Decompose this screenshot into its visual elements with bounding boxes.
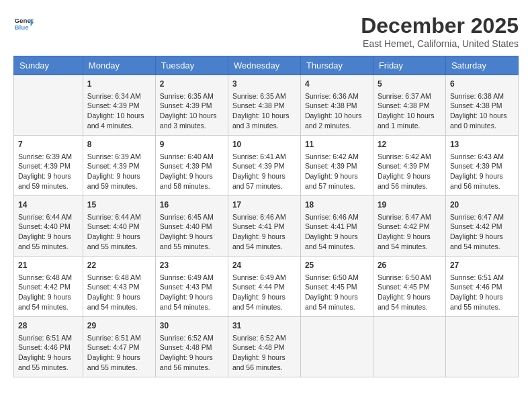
day-number: 4 [305, 79, 369, 90]
cell-text: and 4 minutes. [87, 121, 151, 131]
cell-text: and 2 minutes. [305, 121, 369, 131]
cell-text: and 54 minutes. [18, 302, 79, 312]
cell-text: Sunset: 4:45 PM [378, 282, 441, 292]
calendar-cell: 11Sunrise: 6:42 AMSunset: 4:39 PMDayligh… [300, 136, 373, 196]
cell-text: Daylight: 9 hours [305, 232, 369, 242]
location: East Hemet, California, United States [361, 38, 519, 49]
header-cell-saturday: Saturday [445, 56, 518, 75]
cell-text: Sunset: 4:38 PM [305, 101, 369, 111]
calendar-cell: 16Sunrise: 6:45 AMSunset: 4:40 PMDayligh… [155, 196, 228, 257]
cell-text: Sunrise: 6:44 AM [18, 212, 79, 222]
cell-text: Sunrise: 6:42 AM [378, 152, 441, 162]
header-cell-tuesday: Tuesday [155, 56, 228, 75]
cell-text: Sunset: 4:45 PM [305, 282, 369, 292]
day-number: 26 [378, 260, 441, 271]
cell-text: Sunset: 4:38 PM [232, 101, 296, 111]
cell-text: Daylight: 9 hours [18, 232, 79, 242]
calendar-cell: 13Sunrise: 6:43 AMSunset: 4:39 PMDayligh… [445, 136, 518, 196]
day-number: 30 [160, 320, 224, 332]
calendar-cell: 24Sunrise: 6:49 AMSunset: 4:44 PMDayligh… [228, 257, 300, 317]
cell-text: Sunset: 4:39 PM [160, 161, 224, 171]
cell-text: and 56 minutes. [378, 181, 441, 191]
cell-text: Sunrise: 6:44 AM [87, 212, 151, 222]
day-number: 10 [232, 139, 296, 150]
cell-text: Sunset: 4:42 PM [450, 222, 514, 232]
cell-text: Sunset: 4:44 PM [232, 282, 296, 292]
day-number: 3 [232, 79, 296, 90]
cell-text: and 3 minutes. [232, 121, 296, 131]
cell-text: Sunrise: 6:48 AM [18, 273, 79, 283]
cell-text: Sunset: 4:46 PM [450, 282, 514, 292]
cell-text: Daylight: 9 hours [305, 171, 369, 181]
calendar-table: SundayMondayTuesdayWednesdayThursdayFrid… [13, 56, 519, 377]
calendar-cell: 4Sunrise: 6:36 AMSunset: 4:38 PMDaylight… [300, 75, 373, 136]
cell-text: and 1 minute. [378, 121, 441, 131]
page-header: General Blue December 2025 East Hemet, C… [13, 13, 519, 49]
day-number: 12 [378, 139, 441, 150]
calendar-cell: 22Sunrise: 6:48 AMSunset: 4:43 PMDayligh… [83, 257, 155, 317]
cell-text: and 55 minutes. [450, 302, 514, 312]
month-title: December 2025 [361, 13, 519, 38]
day-number: 24 [232, 260, 296, 271]
header-row: SundayMondayTuesdayWednesdayThursdayFrid… [14, 56, 519, 75]
cell-text: Sunrise: 6:38 AM [450, 91, 514, 101]
cell-text: Daylight: 9 hours [18, 292, 79, 302]
cell-text: and 56 minutes. [450, 181, 514, 191]
cell-text: and 54 minutes. [305, 302, 369, 312]
cell-text: Sunset: 4:39 PM [160, 101, 224, 111]
cell-text: Sunset: 4:41 PM [305, 222, 369, 232]
day-number: 21 [18, 260, 79, 271]
day-number: 19 [378, 199, 441, 211]
cell-text: Sunrise: 6:48 AM [87, 273, 151, 283]
cell-text: Daylight: 10 hours [87, 111, 151, 121]
calendar-cell: 20Sunrise: 6:47 AMSunset: 4:42 PMDayligh… [445, 196, 518, 257]
day-number: 31 [232, 320, 296, 332]
calendar-body: 1Sunrise: 6:34 AMSunset: 4:39 PMDaylight… [14, 75, 519, 377]
header-cell-wednesday: Wednesday [228, 56, 300, 75]
title-area: December 2025 East Hemet, California, Un… [361, 13, 519, 49]
cell-text: Daylight: 9 hours [160, 171, 224, 181]
cell-text: Sunrise: 6:35 AM [160, 91, 224, 101]
cell-text: and 55 minutes. [18, 242, 79, 252]
calendar-cell: 29Sunrise: 6:51 AMSunset: 4:47 PMDayligh… [83, 317, 155, 377]
day-number: 9 [160, 139, 224, 150]
calendar-week-1: 1Sunrise: 6:34 AMSunset: 4:39 PMDaylight… [14, 75, 519, 136]
calendar-week-5: 28Sunrise: 6:51 AMSunset: 4:46 PMDayligh… [14, 317, 519, 377]
cell-text: Sunset: 4:48 PM [232, 342, 296, 353]
cell-text: Sunrise: 6:49 AM [232, 273, 296, 283]
calendar-cell: 23Sunrise: 6:49 AMSunset: 4:43 PMDayligh… [155, 257, 228, 317]
calendar-cell: 6Sunrise: 6:38 AMSunset: 4:38 PMDaylight… [445, 75, 518, 136]
cell-text: Daylight: 9 hours [87, 292, 151, 302]
day-number: 27 [450, 260, 514, 271]
day-number: 20 [450, 199, 514, 211]
day-number: 28 [18, 320, 79, 332]
cell-text: Sunrise: 6:47 AM [450, 212, 514, 222]
calendar-cell: 1Sunrise: 6:34 AMSunset: 4:39 PMDaylight… [83, 75, 155, 136]
calendar-cell: 3Sunrise: 6:35 AMSunset: 4:38 PMDaylight… [228, 75, 300, 136]
header-cell-thursday: Thursday [300, 56, 373, 75]
cell-text: and 59 minutes. [87, 181, 151, 191]
cell-text: Daylight: 9 hours [18, 353, 79, 363]
cell-text: Daylight: 9 hours [378, 292, 441, 302]
cell-text: and 58 minutes. [160, 181, 224, 191]
calendar-cell: 21Sunrise: 6:48 AMSunset: 4:42 PMDayligh… [14, 257, 83, 317]
cell-text: Sunset: 4:39 PM [87, 161, 151, 171]
cell-text: Sunrise: 6:34 AM [87, 91, 151, 101]
day-number: 25 [305, 260, 369, 271]
cell-text: Daylight: 10 hours [378, 111, 441, 121]
cell-text: Sunrise: 6:51 AM [87, 333, 151, 343]
cell-text: Sunset: 4:42 PM [378, 222, 441, 232]
calendar-week-3: 14Sunrise: 6:44 AMSunset: 4:40 PMDayligh… [14, 196, 519, 257]
calendar-cell: 28Sunrise: 6:51 AMSunset: 4:46 PMDayligh… [14, 317, 83, 377]
cell-text: Daylight: 10 hours [232, 111, 296, 121]
cell-text: Sunset: 4:39 PM [18, 161, 79, 171]
cell-text: and 54 minutes. [305, 242, 369, 252]
cell-text: Sunrise: 6:43 AM [450, 152, 514, 162]
day-number: 23 [160, 260, 224, 271]
cell-text: Sunrise: 6:46 AM [305, 212, 369, 222]
cell-text: Sunset: 4:43 PM [160, 282, 224, 292]
cell-text: Daylight: 9 hours [160, 353, 224, 363]
calendar-cell: 26Sunrise: 6:50 AMSunset: 4:45 PMDayligh… [373, 257, 445, 317]
cell-text: Sunrise: 6:45 AM [160, 212, 224, 222]
cell-text: Sunrise: 6:52 AM [232, 333, 296, 343]
